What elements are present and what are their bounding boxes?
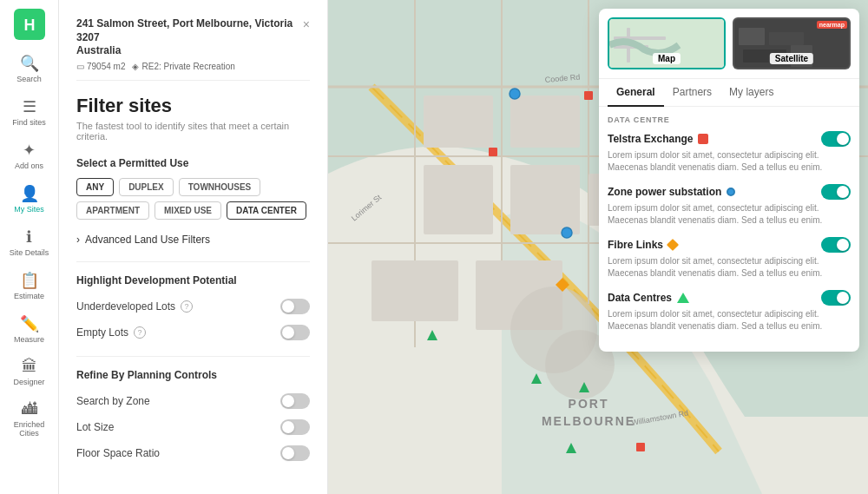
svg-rect-14 [510,96,580,148]
close-button[interactable]: × [303,17,310,31]
sidebar-item-designer[interactable]: 🏛 Designer [0,351,58,393]
layer-name-data-centres: Data Centres [608,292,689,304]
floor-space-toggle[interactable] [280,445,310,461]
divider [76,261,310,262]
search-zone-label: Search by Zone [76,395,150,407]
sidebar-item-measure[interactable]: ✏️ Measure [0,307,58,351]
layer-name-fibre: Fibre Links [608,239,677,251]
layer-item-header-2: Zone power substation [608,184,851,200]
address-zone: ◈ RE2: Private Recreation [132,62,234,71]
map-area[interactable]: Coode Rd Lorimer St Williamstown Rd PORT… [328,0,868,494]
sidebar-item-add-ons[interactable]: ✦ Add ons [0,134,58,177]
tab-partners[interactable]: Partners [664,79,720,107]
filter-title: Filter sites [76,95,310,117]
sidebar-item-search[interactable]: 🔍 Search [0,47,58,90]
tag-townhouses[interactable]: TOWNHOUSES [179,178,261,196]
map-thumb-map-label: Map [653,53,681,64]
app-logo: H [14,9,45,40]
toggle-knob-5 [282,447,294,459]
layers-tabs: General Partners My layers [599,79,859,107]
sidebar-item-my-sites[interactable]: 👤 My Sites [0,177,58,221]
underdeveloped-toggle[interactable] [280,299,310,314]
tab-general[interactable]: General [608,79,664,107]
tag-mixed-use[interactable]: MIXED USE [155,201,221,220]
address-area: ▭ 79054 m2 [76,62,125,71]
sidebar-item-site-details[interactable]: ℹ Site Details [0,221,58,264]
toggle-knob-telstra [837,133,849,145]
layer-item-fibre: Fibre Links Lorem ipsum dolor sit amet, … [608,237,851,280]
layer-name-zone-power: Zone power substation [608,186,735,198]
sidebar-item-label: Estimate [14,292,44,300]
search-zone-toggle-row: Search by Zone [76,388,310,414]
svg-rect-15 [424,165,493,234]
permitted-use-label: Select a Permitted Use [76,157,310,169]
floor-space-label: Floor Space Ratio [76,447,160,459]
sidebar-item-enriched-cities[interactable]: 🏙 Enriched Cities [0,393,58,445]
sidebar-item-label: Site Details [10,248,49,257]
toggle-knob-2 [282,326,294,339]
fibre-toggle[interactable] [821,237,851,253]
telstra-indicator [698,134,708,144]
address-bar: 241 Salmon Street, Port Melbourne, Victo… [76,17,310,81]
toggle-knob-4 [282,421,294,433]
map-thumb-satellite-label: Satellite [770,53,813,64]
layers-content: DATA CENTRE Telstra Exchange Lorem ipsum… [599,107,859,352]
layer-item-zone-power: Zone power substation Lorem ipsum dolor … [608,184,851,227]
sidebar-item-find-sites[interactable]: ☰ Find sites [0,90,58,134]
nearmap-badge: nearmap [817,21,847,29]
lot-size-toggle-row: Lot Size [76,414,310,440]
telstra-toggle[interactable] [821,131,851,147]
map-thumb-satellite[interactable]: nearmap Satellite [733,17,851,69]
sidebar-item-label: Find sites [12,118,46,127]
find-sites-icon: ☰ [23,97,36,116]
svg-rect-29 [636,443,645,451]
help-icon-2: ? [134,326,146,339]
svg-point-31 [562,227,572,238]
lot-size-toggle[interactable] [280,419,310,435]
tag-group: ANY DUPLEX TOWNHOUSES APARTMENT MIXED US… [76,178,310,220]
layer-item-data-centres: Data Centres Lorem ipsum dolor sit amet,… [608,290,851,333]
svg-text:PORT: PORT [569,397,609,411]
address-info: 241 Salmon Street, Port Melbourne, Victo… [76,17,303,71]
site-details-icon: ℹ [26,227,32,247]
underdeveloped-label: Underdeveloped Lots ? [76,300,193,313]
address-line1: 241 Salmon Street, Port Melbourne, Victo… [76,17,303,44]
toggle-knob-data-centres [837,292,849,304]
sidebar-item-estimate[interactable]: 📋 Estimate [0,264,58,307]
layers-section-title: DATA CENTRE [608,115,851,124]
tag-duplex[interactable]: DUPLEX [119,178,174,196]
svg-rect-17 [372,260,458,321]
estimate-icon: 📋 [20,271,39,290]
layer-name-telstra: Telstra Exchange [608,133,708,145]
svg-text:MELBOURNE: MELBOURNE [542,414,635,428]
layer-item-header-4: Data Centres [608,290,851,306]
empty-lots-toggle[interactable] [280,325,310,340]
svg-text:H: H [23,16,35,34]
tag-data-center[interactable]: DATA CENTER [227,201,306,220]
sidebar-item-label: Designer [13,378,44,386]
svg-rect-28 [489,148,497,156]
layers-panel: Map nearmap Satellite General [599,9,859,352]
sidebar-item-label: Enriched Cities [3,420,55,438]
svg-rect-27 [584,91,593,100]
advanced-filters-link[interactable]: › Advanced Land Use Filters [76,234,310,246]
tab-my-layers[interactable]: My layers [720,79,782,107]
area-icon: ▭ [76,62,84,71]
map-thumb-map[interactable]: Map [608,17,726,69]
zone-power-indicator [727,188,735,196]
search-icon: 🔍 [20,54,39,73]
measure-icon: ✏️ [20,314,39,333]
tag-apartment[interactable]: APARTMENT [76,201,149,220]
zone-power-toggle[interactable] [821,184,851,200]
layer-desc-zone-power: Lorem ipsum dolor sit amet, consectetur … [608,202,851,227]
layer-item-header: Telstra Exchange [608,131,851,147]
map-type-row: Map nearmap Satellite [599,9,859,79]
fibre-indicator [667,239,679,251]
data-centres-toggle[interactable] [821,290,851,306]
tag-any[interactable]: ANY [76,178,114,196]
layer-item-header-3: Fibre Links [608,237,851,253]
toggle-knob-zone-power [837,186,849,198]
data-centres-indicator [677,293,689,303]
search-zone-toggle[interactable] [280,393,310,409]
sidebar-item-label: My Sites [14,205,44,214]
